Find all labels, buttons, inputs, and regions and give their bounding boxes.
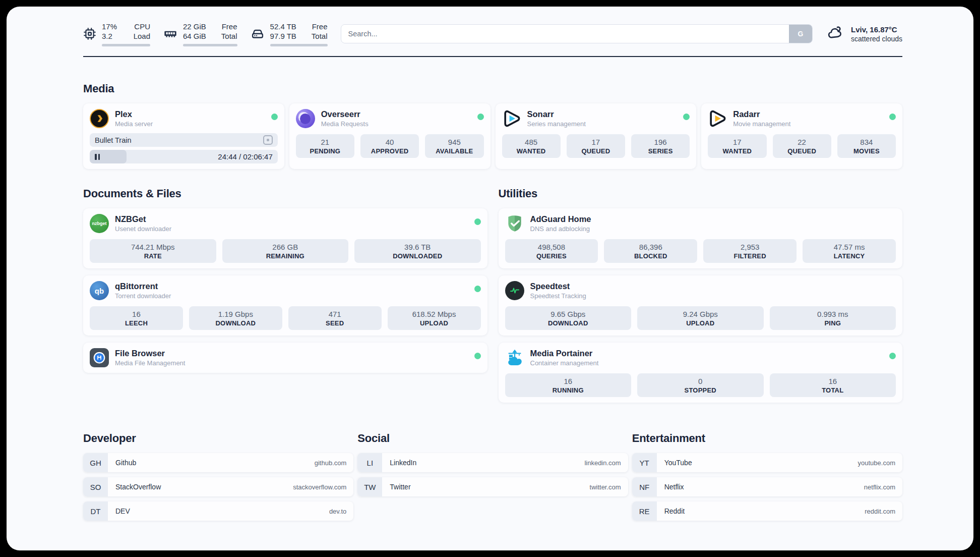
service-subtitle: Torrent downloader <box>115 292 468 300</box>
stat-queued: 22 QUEUED <box>773 134 831 158</box>
service-card-plex[interactable]: Plex Media server Bullet Train 24:44 / 0… <box>83 103 284 169</box>
service-card-filebrowser[interactable]: File Browser Media File Management <box>83 343 487 373</box>
stat-queued: 17 QUEUED <box>567 134 625 158</box>
service-card-adguard[interactable]: AdGuard Home DNS and adblocking 498,508 … <box>499 208 903 268</box>
service-card-nzbget[interactable]: nzbget NZBGet Usenet downloader 744.21 M… <box>83 208 487 268</box>
bookmark-url: linkedin.com <box>584 459 621 467</box>
adguard-icon <box>505 214 524 233</box>
bookmark-name: YouTube <box>664 459 692 467</box>
bookmark-netflix[interactable]: NF Netflix netflix.com <box>632 477 902 496</box>
bookmark-url: netflix.com <box>864 483 895 491</box>
stat-series: 196 SERIES <box>631 134 690 158</box>
cpu-usage-label: CPU <box>133 22 150 32</box>
storage-total-label: Total <box>312 31 328 41</box>
radarr-icon <box>708 109 727 128</box>
stat-stopped: 0 STOPPED <box>637 373 764 397</box>
bookmark-name: Twitter <box>390 483 410 491</box>
bookmark-url: reddit.com <box>865 508 895 515</box>
stat-latency: 47.57 ms LATENCY <box>803 239 896 263</box>
search-input[interactable] <box>341 24 813 43</box>
service-card-speedtest[interactable]: Speedtest Speedtest Tracking 9.65 Gbps D… <box>499 275 903 336</box>
service-subtitle: Movie management <box>733 120 883 128</box>
stat-running: 16 RUNNING <box>505 373 632 397</box>
stat-leech: 16 LEECH <box>90 306 183 330</box>
bookmark-dev[interactable]: DT DEV dev.to <box>83 502 353 521</box>
service-card-qbittorrent[interactable]: qb qBittorrent Torrent downloader 16 LEE… <box>83 275 487 336</box>
memory-progress-bar <box>183 44 237 46</box>
utilities-column: Utilities AdGuard Home DNS and adblockin… <box>499 187 903 403</box>
developer-column: Developer GH Github github.com SO StackO… <box>83 432 353 521</box>
service-name: Plex <box>115 109 265 119</box>
entertainment-column: Entertainment YT YouTube youtube.com NF … <box>632 432 902 521</box>
bookmark-github[interactable]: GH Github github.com <box>83 453 353 472</box>
section-title-utilities: Utilities <box>499 187 903 200</box>
stat-filtered: 2,953 FILTERED <box>703 239 797 263</box>
bookmark-name: DEV <box>115 507 130 515</box>
stat-downloaded: 39.6 TB DOWNLOADED <box>354 239 481 263</box>
section-title-social: Social <box>357 432 628 445</box>
bookmark-url: dev.to <box>329 508 346 515</box>
service-card-radarr[interactable]: Radarr Movie management 17 WANTED 22 QUE… <box>701 103 902 169</box>
service-subtitle: Usenet downloader <box>115 225 468 233</box>
social-column: Social LI LinkedIn linkedin.com TW Twitt… <box>357 432 628 496</box>
bookmark-url: youtube.com <box>858 459 895 467</box>
bookmark-reddit[interactable]: RE Reddit reddit.com <box>632 502 902 521</box>
status-dot <box>474 353 481 359</box>
bookmark-abbr: GH <box>83 453 108 472</box>
sonarr-icon <box>502 109 521 128</box>
plex-now-playing-title: Bullet Train <box>95 136 132 144</box>
section-title-documents: Documents & Files <box>83 187 487 200</box>
storage-progress-bar <box>270 44 328 46</box>
stat-seed: 471 SEED <box>288 306 382 330</box>
service-name: Radarr <box>733 109 883 119</box>
documents-column: Documents & Files nzbget NZBGet Usenet d… <box>83 187 487 373</box>
bookmark-stackoverflow[interactable]: SO StackOverflow stackoverflow.com <box>83 477 353 496</box>
cpu-load-value: 3.2 <box>102 31 117 41</box>
section-title-developer: Developer <box>83 432 353 445</box>
stat-pending: 21 PENDING <box>296 134 354 158</box>
storage-widget: 52.4 TB Free 97.9 TB Total <box>251 22 328 46</box>
stat-download: 9.65 Gbps DOWNLOAD <box>505 306 632 330</box>
bookmark-linkedin[interactable]: LI LinkedIn linkedin.com <box>357 453 628 472</box>
stat-total: 16 TOTAL <box>770 373 896 397</box>
media-card-grid: Plex Media server Bullet Train 24:44 / 0… <box>83 103 902 169</box>
plex-now-playing-row: Bullet Train <box>90 133 278 147</box>
stat-queries: 498,508 QUERIES <box>505 239 598 263</box>
cpu-chip-icon <box>83 27 96 40</box>
bookmark-youtube[interactable]: YT YouTube youtube.com <box>632 453 902 472</box>
service-subtitle: Media server <box>115 120 265 128</box>
stat-rate: 744.21 Mbps RATE <box>90 239 216 263</box>
storage-free-value: 52.4 TB <box>270 22 296 32</box>
bookmark-url: twitter.com <box>590 483 621 491</box>
service-card-portainer[interactable]: Media Portainer Container management 16 … <box>499 343 903 403</box>
filebrowser-icon <box>90 348 109 367</box>
stat-approved: 40 APPROVED <box>360 134 419 158</box>
service-subtitle: Container management <box>530 359 884 367</box>
bookmark-abbr: TW <box>357 477 382 496</box>
search-provider-button[interactable]: G <box>789 25 812 43</box>
service-name: qBittorrent <box>115 282 468 291</box>
bookmark-abbr: LI <box>357 453 382 472</box>
stat-ping: 0.993 ms PING <box>770 306 896 330</box>
qbittorrent-icon: qb <box>90 281 109 300</box>
weather-condition: scattered clouds <box>851 35 902 43</box>
portainer-icon <box>505 348 524 367</box>
cast-icon <box>263 135 273 145</box>
cpu-usage-value: 17% <box>102 22 117 32</box>
service-subtitle: Speedtest Tracking <box>530 292 896 300</box>
status-dot <box>889 353 896 359</box>
stat-blocked: 86,396 BLOCKED <box>604 239 697 263</box>
bookmark-name: Reddit <box>664 507 685 515</box>
section-title-media: Media <box>83 82 902 95</box>
bookmark-twitter[interactable]: TW Twitter twitter.com <box>357 477 628 496</box>
weather-widget: Lviv, 16.87°C scattered clouds <box>826 24 902 43</box>
dashboard-panel: 17% CPU 3.2 Load <box>7 7 973 550</box>
service-card-overseerr[interactable]: Overseerr Media Requests 21 PENDING 40 A… <box>289 103 491 169</box>
bookmark-name: LinkedIn <box>390 459 416 467</box>
status-dot <box>683 114 690 120</box>
service-card-sonarr[interactable]: Sonarr Series management 485 WANTED 17 Q… <box>496 103 697 169</box>
overseerr-icon <box>296 109 315 128</box>
bookmark-name: StackOverflow <box>115 483 161 491</box>
stat-upload: 618.52 Mbps UPLOAD <box>388 306 481 330</box>
plex-playback-row: 24:44 / 02:06:47 <box>90 150 278 163</box>
